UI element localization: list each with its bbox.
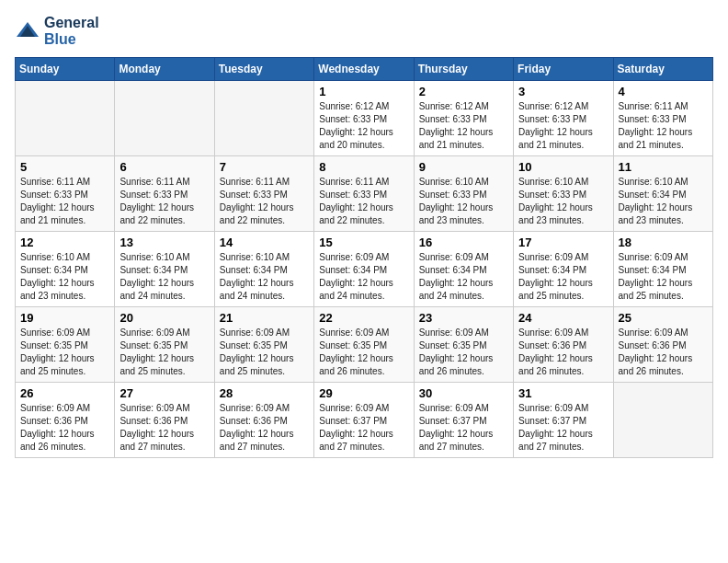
day-number: 26 <box>20 386 109 400</box>
day-number: 1 <box>319 85 408 98</box>
day-header-tuesday: Tuesday <box>214 58 313 81</box>
calendar-cell: 31Sunrise: 6:09 AM Sunset: 6:37 PM Dayli… <box>514 383 613 458</box>
day-detail: Sunrise: 6:09 AM Sunset: 6:37 PM Dayligh… <box>319 402 408 454</box>
calendar-cell: 12Sunrise: 6:10 AM Sunset: 6:34 PM Dayli… <box>16 232 115 307</box>
calendar-cell <box>214 81 313 156</box>
day-detail: Sunrise: 6:11 AM Sunset: 6:33 PM Dayligh… <box>220 176 309 227</box>
day-number: 2 <box>419 85 508 98</box>
day-detail: Sunrise: 6:09 AM Sunset: 6:34 PM Dayligh… <box>619 251 708 303</box>
day-detail: Sunrise: 6:09 AM Sunset: 6:37 PM Dayligh… <box>419 402 508 454</box>
day-number: 9 <box>419 160 508 174</box>
calendar-cell: 25Sunrise: 6:09 AM Sunset: 6:36 PM Dayli… <box>613 307 712 383</box>
day-number: 6 <box>119 160 209 174</box>
day-detail: Sunrise: 6:12 AM Sunset: 6:33 PM Dayligh… <box>319 100 408 152</box>
day-number: 31 <box>518 386 608 400</box>
day-detail: Sunrise: 6:09 AM Sunset: 6:35 PM Dayligh… <box>419 327 508 378</box>
day-detail: Sunrise: 6:09 AM Sunset: 6:36 PM Dayligh… <box>619 327 708 378</box>
day-number: 4 <box>619 85 708 98</box>
calendar-cell: 22Sunrise: 6:09 AM Sunset: 6:35 PM Dayli… <box>314 307 414 383</box>
day-number: 23 <box>419 311 508 325</box>
calendar-cell: 24Sunrise: 6:09 AM Sunset: 6:36 PM Dayli… <box>514 307 613 383</box>
week-row-1: 1Sunrise: 6:12 AM Sunset: 6:33 PM Daylig… <box>16 81 713 156</box>
day-detail: Sunrise: 6:12 AM Sunset: 6:33 PM Dayligh… <box>419 100 508 152</box>
calendar-cell: 26Sunrise: 6:09 AM Sunset: 6:36 PM Dayli… <box>16 383 115 458</box>
calendar-cell: 19Sunrise: 6:09 AM Sunset: 6:35 PM Dayli… <box>16 307 115 383</box>
day-number: 25 <box>619 311 708 325</box>
day-detail: Sunrise: 6:09 AM Sunset: 6:35 PM Dayligh… <box>119 327 209 378</box>
calendar-header-row: SundayMondayTuesdayWednesdayThursdayFrid… <box>16 58 713 81</box>
calendar-cell: 7Sunrise: 6:11 AM Sunset: 6:33 PM Daylig… <box>214 156 313 232</box>
page-header: General Blue <box>15 15 713 48</box>
day-header-wednesday: Wednesday <box>314 58 414 81</box>
logo-text: General Blue <box>44 15 99 48</box>
calendar-cell <box>16 81 115 156</box>
week-row-5: 26Sunrise: 6:09 AM Sunset: 6:36 PM Dayli… <box>16 383 713 458</box>
day-number: 15 <box>319 236 408 249</box>
calendar-cell: 6Sunrise: 6:11 AM Sunset: 6:33 PM Daylig… <box>115 156 214 232</box>
day-detail: Sunrise: 6:10 AM Sunset: 6:34 PM Dayligh… <box>119 251 209 303</box>
day-number: 3 <box>518 85 608 98</box>
day-detail: Sunrise: 6:10 AM Sunset: 6:34 PM Dayligh… <box>20 251 109 303</box>
logo: General Blue <box>15 15 99 48</box>
day-number: 20 <box>119 311 209 325</box>
day-header-monday: Monday <box>115 58 214 81</box>
calendar-cell: 15Sunrise: 6:09 AM Sunset: 6:34 PM Dayli… <box>314 232 414 307</box>
calendar-table: SundayMondayTuesdayWednesdayThursdayFrid… <box>15 57 713 458</box>
day-number: 21 <box>220 311 309 325</box>
calendar-cell: 27Sunrise: 6:09 AM Sunset: 6:36 PM Dayli… <box>115 383 214 458</box>
calendar-cell: 28Sunrise: 6:09 AM Sunset: 6:36 PM Dayli… <box>214 383 313 458</box>
day-number: 29 <box>319 386 408 400</box>
calendar-cell: 5Sunrise: 6:11 AM Sunset: 6:33 PM Daylig… <box>16 156 115 232</box>
day-header-saturday: Saturday <box>613 58 712 81</box>
calendar-cell: 20Sunrise: 6:09 AM Sunset: 6:35 PM Dayli… <box>115 307 214 383</box>
day-detail: Sunrise: 6:09 AM Sunset: 6:35 PM Dayligh… <box>20 327 109 378</box>
day-number: 12 <box>20 236 109 249</box>
calendar-cell: 2Sunrise: 6:12 AM Sunset: 6:33 PM Daylig… <box>414 81 513 156</box>
day-detail: Sunrise: 6:09 AM Sunset: 6:36 PM Dayligh… <box>119 402 209 454</box>
day-detail: Sunrise: 6:11 AM Sunset: 6:33 PM Dayligh… <box>119 176 209 227</box>
logo-icon <box>15 18 40 44</box>
day-header-sunday: Sunday <box>16 58 115 81</box>
day-detail: Sunrise: 6:10 AM Sunset: 6:33 PM Dayligh… <box>419 176 508 227</box>
calendar-cell: 17Sunrise: 6:09 AM Sunset: 6:34 PM Dayli… <box>514 232 613 307</box>
day-number: 8 <box>319 160 408 174</box>
day-detail: Sunrise: 6:09 AM Sunset: 6:34 PM Dayligh… <box>319 251 408 303</box>
calendar-cell: 21Sunrise: 6:09 AM Sunset: 6:35 PM Dayli… <box>214 307 313 383</box>
calendar-cell: 11Sunrise: 6:10 AM Sunset: 6:34 PM Dayli… <box>613 156 712 232</box>
day-number: 10 <box>518 160 608 174</box>
day-number: 18 <box>619 236 708 249</box>
calendar-cell: 14Sunrise: 6:10 AM Sunset: 6:34 PM Dayli… <box>214 232 313 307</box>
week-row-3: 12Sunrise: 6:10 AM Sunset: 6:34 PM Dayli… <box>16 232 713 307</box>
day-detail: Sunrise: 6:09 AM Sunset: 6:37 PM Dayligh… <box>518 402 608 454</box>
day-number: 11 <box>619 160 708 174</box>
day-number: 14 <box>220 236 309 249</box>
day-detail: Sunrise: 6:10 AM Sunset: 6:34 PM Dayligh… <box>220 251 309 303</box>
day-number: 28 <box>220 386 309 400</box>
calendar-cell: 16Sunrise: 6:09 AM Sunset: 6:34 PM Dayli… <box>414 232 513 307</box>
day-detail: Sunrise: 6:09 AM Sunset: 6:34 PM Dayligh… <box>518 251 608 303</box>
day-detail: Sunrise: 6:10 AM Sunset: 6:33 PM Dayligh… <box>518 176 608 227</box>
day-detail: Sunrise: 6:09 AM Sunset: 6:36 PM Dayligh… <box>518 327 608 378</box>
calendar-cell <box>115 81 214 156</box>
day-detail: Sunrise: 6:10 AM Sunset: 6:34 PM Dayligh… <box>619 176 708 227</box>
calendar-cell: 4Sunrise: 6:11 AM Sunset: 6:33 PM Daylig… <box>613 81 712 156</box>
day-detail: Sunrise: 6:11 AM Sunset: 6:33 PM Dayligh… <box>319 176 408 227</box>
calendar-cell: 3Sunrise: 6:12 AM Sunset: 6:33 PM Daylig… <box>514 81 613 156</box>
day-detail: Sunrise: 6:11 AM Sunset: 6:33 PM Dayligh… <box>619 100 708 152</box>
calendar-cell <box>613 383 712 458</box>
day-number: 27 <box>119 386 209 400</box>
day-detail: Sunrise: 6:09 AM Sunset: 6:34 PM Dayligh… <box>419 251 508 303</box>
day-number: 16 <box>419 236 508 249</box>
calendar-cell: 8Sunrise: 6:11 AM Sunset: 6:33 PM Daylig… <box>314 156 414 232</box>
day-number: 22 <box>319 311 408 325</box>
day-number: 7 <box>220 160 309 174</box>
week-row-4: 19Sunrise: 6:09 AM Sunset: 6:35 PM Dayli… <box>16 307 713 383</box>
week-row-2: 5Sunrise: 6:11 AM Sunset: 6:33 PM Daylig… <box>16 156 713 232</box>
calendar-cell: 18Sunrise: 6:09 AM Sunset: 6:34 PM Dayli… <box>613 232 712 307</box>
day-number: 5 <box>20 160 109 174</box>
calendar-cell: 1Sunrise: 6:12 AM Sunset: 6:33 PM Daylig… <box>314 81 414 156</box>
calendar-cell: 23Sunrise: 6:09 AM Sunset: 6:35 PM Dayli… <box>414 307 513 383</box>
day-detail: Sunrise: 6:09 AM Sunset: 6:35 PM Dayligh… <box>319 327 408 378</box>
day-number: 17 <box>518 236 608 249</box>
day-number: 13 <box>119 236 209 249</box>
